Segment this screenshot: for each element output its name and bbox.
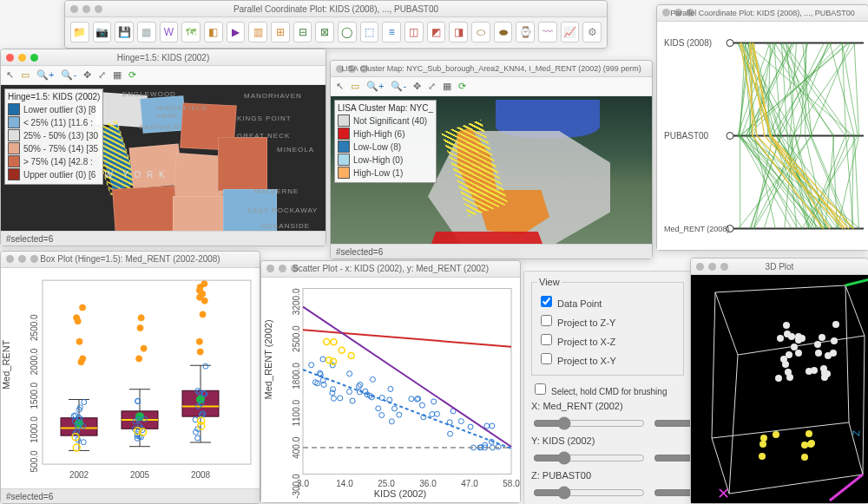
spatial-regression-icon[interactable]: ⌚ [516,22,535,43]
regression-icon[interactable]: ⚙ [582,22,602,43]
lisa-titlebar[interactable]: LISA Cluster Map: NYC_Sub_borough_Area2_… [331,61,652,77]
pan-icon[interactable]: ✥ [83,69,91,81]
boxplot-canvas[interactable]: Med_RENT 500.01000.01500.02000.02500.020… [1,268,260,488]
select-rect-icon[interactable]: ▭ [351,81,359,92]
plot3d-titlebar[interactable]: 3D Plot [691,259,868,275]
svg-rect-99 [43,280,251,464]
camera-icon[interactable]: 📷 [93,22,112,43]
main-toolbar-title: Parallel Coordinate Plot: KIDS (2008), .… [65,4,607,14]
extent-icon[interactable]: ⤢ [428,81,436,92]
minimize-icon[interactable] [82,5,90,13]
minimize-icon[interactable] [279,265,286,272]
cursor-icon[interactable]: ↖ [6,69,14,81]
checkbox-proj-zy[interactable]: Project to Z-Y [537,312,678,329]
checkbox-proj-xz[interactable]: Project to X-Z [537,331,678,348]
zoom-out-icon[interactable]: 🔍- [391,81,406,92]
save-icon[interactable]: 💾 [115,22,134,43]
pcp-icon[interactable]: ≡ [382,22,401,43]
play-icon[interactable]: ▶ [227,22,246,43]
close-icon[interactable] [662,9,670,16]
zoom-in-icon[interactable]: 🔍+ [36,69,54,81]
refresh-icon[interactable]: ⟳ [128,69,136,81]
histogram-icon[interactable]: ▥ [248,22,267,43]
close-icon[interactable] [336,65,344,73]
refresh-icon[interactable]: ⟳ [458,81,466,92]
checkbox-data-point[interactable]: Data Point [537,293,678,310]
close-icon[interactable] [70,5,78,13]
svg-point-154 [350,398,355,403]
select-rect-icon[interactable]: ▭ [21,69,30,81]
cond-plot-icon[interactable]: ◩ [427,22,446,43]
boxplot-titlebar[interactable]: Box Plot (Hinge=1.5): Med_RENT (2002-200… [1,252,260,268]
pcp-axis-0: KIDS (2008) [664,37,712,47]
close-icon[interactable] [696,263,704,271]
cartogram-icon[interactable]: ◧ [204,22,223,43]
svg-text:2500.0: 2500.0 [292,325,301,352]
cluster-map-icon[interactable]: ◫ [404,22,424,43]
legend-item: Lower outlier (3) [8 [8,103,100,115]
minimize-icon[interactable] [708,263,716,271]
slider-y-a[interactable] [533,451,645,465]
svg-point-140 [358,382,363,387]
weights-icon[interactable]: W [160,22,179,43]
close-icon[interactable] [6,255,14,263]
minimize-icon[interactable] [674,9,682,16]
close-icon[interactable] [6,54,14,62]
svg-point-48 [136,356,142,362]
hinge-titlebar[interactable]: Hinge=1.5: KIDS (2002) [1,49,326,66]
scatter-matrix-icon[interactable]: ⊠ [315,22,334,43]
basemap-icon[interactable]: ▦ [113,69,122,81]
svg-point-162 [484,423,490,429]
zoom-icon[interactable] [291,265,299,272]
pcp-canvas[interactable]: KIDS (2008) PUBAST00 Med_RENT (2008) [657,22,868,250]
zoom-icon[interactable] [30,255,38,263]
scatter-icon[interactable]: ⊟ [293,22,312,43]
svg-point-163 [409,396,414,402]
minimize-icon[interactable] [18,54,26,62]
zoom-icon[interactable] [30,54,38,62]
table-icon[interactable]: ▦ [137,22,156,43]
scatter-titlebar[interactable]: Scatter Plot - x: KIDS (2002), y: Med_RE… [261,261,520,278]
bubble-icon[interactable]: ◯ [338,22,357,43]
scatter-canvas[interactable]: Med_RENT (2002) KIDS (2002) 3.014.025.03… [261,278,520,502]
svg-point-83 [195,435,201,441]
zoom-icon[interactable] [95,5,102,13]
zoom-out-icon[interactable]: 🔍- [61,69,76,81]
svg-point-34 [81,440,86,445]
minimize-icon[interactable] [348,65,356,73]
zoom-icon[interactable] [360,65,368,73]
boxplot-icon[interactable]: ⊞ [271,22,290,43]
cursor-icon[interactable]: ↖ [336,81,344,92]
scatter-ylabel: Med_RENT (2002) [263,319,273,399]
animation-icon[interactable]: 📈 [561,22,580,43]
minimize-icon[interactable] [18,255,26,263]
open-folder-icon[interactable]: 📁 [70,22,89,43]
slider-z-a[interactable] [533,486,645,500]
plot3d-canvas[interactable]: ✕ Z [691,275,868,503]
gi-icon[interactable]: ⬬ [494,22,513,43]
svg-point-173 [348,352,354,358]
zoom-icon[interactable] [687,9,694,16]
main-toolbar-titlebar[interactable]: Parallel Coordinate Plot: KIDS (2008), .… [65,1,607,17]
svg-point-116 [347,389,352,395]
close-icon[interactable] [266,265,274,272]
svg-point-126 [389,419,394,424]
zoom-in-icon[interactable]: 🔍+ [366,81,384,92]
moran-icon[interactable]: ⬭ [471,22,490,43]
checkbox-brush[interactable]: Select, hold CMD for brushing [531,381,684,397]
slider-x-a[interactable] [533,416,645,430]
slider-z-label: Z: PUBAST00 [531,470,684,481]
basemap-icon[interactable]: ▦ [443,81,451,92]
pcp-titlebar[interactable]: Parallel Coordinate Plot: KIDS (2008), .… [657,5,868,22]
zoom-icon[interactable] [720,263,728,271]
map-icon[interactable]: 🗺 [181,22,201,43]
time-icon[interactable]: 〰 [538,22,557,43]
svg-point-155 [391,406,397,411]
3dplot-icon[interactable]: ⬚ [360,22,379,43]
extent-icon[interactable]: ⤢ [98,69,106,81]
checkbox-proj-xy[interactable]: Project to X-Y [537,350,678,367]
svg-point-50 [137,324,143,331]
legend-item: 50% - 75% (14) [35 [8,142,100,154]
pan-icon[interactable]: ✥ [413,81,421,92]
cat-map-icon[interactable]: ◨ [449,22,468,43]
